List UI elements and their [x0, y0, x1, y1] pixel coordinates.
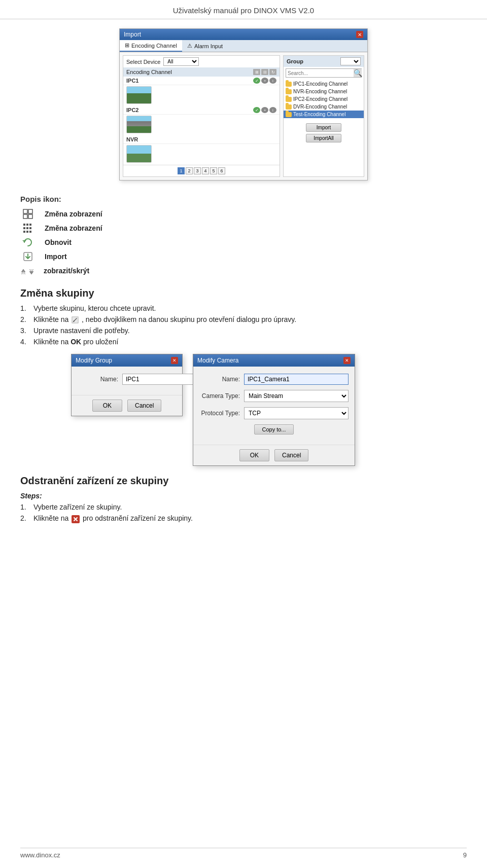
modify-protocol-type-row: Protocol Type: TCP UDP — [199, 407, 349, 419]
icon-visual-updown — [20, 265, 34, 276]
modify-group-cancel-button[interactable]: Cancel — [127, 400, 161, 412]
modify-protocol-type-label: Protocol Type: — [199, 410, 240, 417]
group-dropdown[interactable] — [340, 57, 361, 65]
modify-protocol-type-select[interactable]: TCP UDP — [244, 407, 349, 419]
search-icon[interactable]: 🔍 — [354, 69, 362, 77]
grid-icon-1[interactable]: ⊞ — [253, 69, 260, 75]
import-all-button[interactable]: ImportAll — [306, 134, 341, 142]
encoding-channel-icon: ⊞ — [125, 42, 129, 49]
encoding-channel-header: Encoding Channel ⊞ ⊟ ↻ — [123, 67, 280, 77]
modify-camera-type-select[interactable]: Main Stream Sub Stream — [244, 390, 349, 402]
group-panel: Group 🔍 IPC1-Encoding Channel — [283, 55, 364, 177]
import-button[interactable]: Import — [306, 123, 341, 132]
page-6[interactable]: 6 — [218, 167, 225, 174]
ipc2-btn-info[interactable]: i — [269, 107, 276, 113]
ipc1-btn-green[interactable]: ✓ — [253, 78, 260, 84]
group-items-list: IPC1-Encoding Channel NVR-Encoding Chann… — [284, 79, 364, 119]
icon-visual-grid1 — [20, 208, 36, 220]
page-2[interactable]: 2 — [186, 167, 193, 174]
folder-icon-ipc2 — [286, 97, 292, 102]
group-item-nvr-label: NVR-Encoding Channel — [293, 89, 347, 94]
page-1[interactable]: 1 — [178, 167, 185, 174]
pagination: 1 2 3 4 5 6 — [123, 165, 280, 176]
svg-rect-7 — [23, 227, 25, 229]
import-dialog-body: Select Device All Encoding Channel ⊞ ⊟ ↻ — [120, 52, 367, 180]
modify-camera-name-label: Name: — [199, 376, 240, 383]
ipc2-btn-green[interactable]: ✓ — [253, 107, 260, 113]
modify-group-footer: OK Cancel — [72, 395, 182, 416]
refresh-icon — [22, 237, 33, 248]
step-3-text: Upravte nastavení dle potřeby. — [33, 327, 467, 335]
modify-group-close-button[interactable]: ✕ — [171, 357, 178, 364]
import-dialog: Import ✕ ⊞ Encoding Channel ⚠ Alarm Inpu… — [119, 28, 368, 180]
modify-group-titlebar: Modify Group ✕ — [72, 354, 182, 367]
odstraneni-step-1-num: 1. — [20, 503, 30, 511]
ipc1-btn-info[interactable]: i — [269, 78, 276, 84]
tab-encoding-channel[interactable]: ⊞ Encoding Channel — [120, 40, 182, 52]
svg-rect-4 — [23, 224, 25, 226]
modify-group-name-label: Name: — [78, 376, 118, 383]
import-dialog-title: Import — [124, 31, 141, 38]
tab-alarm-input-label: Alarm Input — [194, 43, 223, 49]
odstraneni-heading: Odstranění zařízení ze skupiny — [20, 475, 467, 487]
svg-rect-2 — [23, 214, 27, 219]
select-device-dropdown[interactable]: All — [163, 57, 199, 66]
group-item-nvr[interactable]: NVR-Encoding Channel — [284, 88, 364, 95]
modify-group-ok-button[interactable]: OK — [92, 400, 122, 412]
footer-url: www.dinox.cz — [20, 851, 60, 859]
modify-group-dialog: Modify Group ✕ Name: OK Cancel — [71, 354, 183, 416]
ipc2-thumbnail — [126, 116, 152, 133]
group-item-dvr[interactable]: DVR-Encoding Channel — [284, 103, 364, 111]
icon-row-5: zobrazit/skrýt — [20, 265, 467, 276]
odstraneni-step-1: 1. Vyberte zařízení ze skupiny. — [20, 503, 467, 511]
group-search-box: 🔍 — [286, 68, 362, 78]
modify-camera-name-input[interactable] — [244, 374, 349, 385]
select-device-row: Select Device All — [123, 56, 280, 67]
svg-marker-13 — [22, 240, 26, 242]
modify-copy-row: Copy to... — [199, 424, 349, 435]
modify-camera-ok-button[interactable]: OK — [239, 449, 269, 461]
page-footer: www.dinox.cz 9 — [20, 848, 467, 859]
odstraneni-step-2-num: 2. — [20, 514, 30, 522]
icon-visual-refresh — [20, 237, 36, 248]
group-item-test[interactable]: Test-Encoding Channel — [284, 111, 364, 118]
ipc2-label: IPC2 — [126, 107, 253, 113]
ipc2-btn-gray[interactable]: + — [261, 107, 268, 113]
group-item-ipc2[interactable]: IPC2-Encoding Channel — [284, 95, 364, 103]
svg-rect-5 — [26, 224, 28, 226]
ipc1-btn-gray[interactable]: + — [261, 78, 268, 84]
group-item-ipc1-label: IPC1-Encoding Channel — [293, 81, 347, 87]
ipc1-thumbnail-row — [123, 85, 280, 105]
icon-visual-grid2 — [20, 223, 36, 234]
zmena-skupiny-heading: Změna skupiny — [20, 287, 467, 299]
grid2-icon — [22, 223, 33, 234]
page-3[interactable]: 3 — [194, 167, 201, 174]
icon-desc-1: Změna zobrazení — [45, 210, 102, 218]
modify-copy-to-button[interactable]: Copy to... — [254, 424, 293, 435]
page-number: 9 — [463, 851, 467, 859]
group-search-input[interactable] — [286, 70, 354, 77]
tab-alarm-input[interactable]: ⚠ Alarm Input — [182, 40, 228, 52]
refresh-icon[interactable]: ↻ — [269, 69, 276, 75]
icon-desc-5: zobrazit/skrýt — [44, 267, 89, 275]
step-4-num: 4. — [20, 338, 30, 346]
odstraneni-step-2-text: Klikněte na pro odstranění zařízení ze s… — [33, 514, 467, 523]
modify-camera-cancel-button[interactable]: Cancel — [274, 449, 308, 461]
page-4[interactable]: 4 — [202, 167, 209, 174]
modify-camera-title: Modify Camera — [197, 357, 238, 364]
page-5[interactable]: 5 — [210, 167, 217, 174]
odstraneni-step-1-text: Vyberte zařízení ze skupiny. — [33, 503, 467, 511]
channel-row-nvr: NVR — [123, 135, 280, 144]
import-dialog-close[interactable]: ✕ — [356, 31, 363, 38]
modify-camera-dialog: Modify Camera ✕ Name: Camera Type: Main … — [193, 354, 355, 466]
group-item-ipc1[interactable]: IPC1-Encoding Channel — [284, 80, 364, 88]
grid-icon-2[interactable]: ⊟ — [261, 69, 268, 75]
modify-camera-close-button[interactable]: ✕ — [343, 357, 351, 364]
icon-desc-4: Import — [45, 252, 67, 261]
svg-rect-11 — [26, 231, 28, 233]
folder-icon-dvr — [286, 104, 292, 110]
step-4: 4. Klikněte na OK pro uložení — [20, 338, 467, 346]
import-dialog-titlebar: Import ✕ — [120, 29, 367, 40]
up-arrow-icon — [20, 265, 26, 276]
import-dialog-tabs: ⊞ Encoding Channel ⚠ Alarm Input — [120, 40, 367, 52]
